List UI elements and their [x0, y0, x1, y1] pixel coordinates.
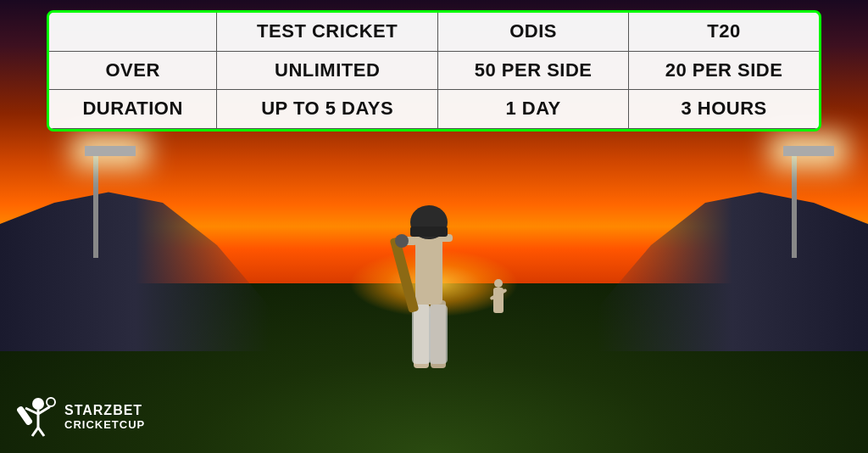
table-row-over: OVER UNLIMITED 50 PER SIDE 20 PER SIDE: [49, 51, 819, 90]
header-test-cricket: TEST CRICKET: [217, 13, 438, 51]
fielder-figure: [493, 288, 504, 313]
svg-rect-8: [410, 226, 448, 237]
svg-line-16: [38, 428, 44, 436]
svg-rect-2: [412, 305, 431, 364]
logo-text: STARZBET CRICKETCUP: [64, 402, 145, 432]
comparison-table: TEST CRICKET ODIS T20 OVER UNLIMITED 50 …: [49, 13, 819, 129]
table-header-row: TEST CRICKET ODIS T20: [49, 13, 819, 51]
svg-rect-3: [429, 305, 448, 364]
batsman-figure: [378, 139, 480, 377]
duration-label: DURATION: [49, 90, 217, 129]
svg-point-10: [395, 234, 409, 248]
svg-rect-18: [17, 405, 33, 426]
over-odi: 50 PER SIDE: [438, 51, 629, 90]
header-odis: ODIS: [438, 13, 629, 51]
over-t20: 20 PER SIDE: [629, 51, 819, 90]
header-empty: [49, 13, 217, 51]
svg-line-15: [32, 428, 38, 436]
logo-icon: [17, 395, 59, 438]
over-test: UNLIMITED: [217, 51, 438, 90]
svg-rect-4: [415, 232, 442, 305]
duration-test: UP TO 5 DAYS: [217, 90, 438, 129]
table-row-duration: DURATION UP TO 5 DAYS 1 DAY 3 HOURS: [49, 90, 819, 129]
svg-rect-9: [390, 237, 420, 313]
over-label: OVER: [49, 51, 217, 90]
duration-odi: 1 DAY: [438, 90, 629, 129]
comparison-table-container: TEST CRICKET ODIS T20 OVER UNLIMITED 50 …: [47, 10, 821, 131]
logo-brand-name: STARZBET: [64, 402, 145, 418]
logo-tournament-name: CRICKETCUP: [64, 418, 145, 432]
svg-point-17: [47, 398, 55, 406]
svg-point-11: [32, 398, 44, 410]
brand-logo: STARZBET CRICKETCUP: [17, 395, 145, 438]
duration-t20: 3 HOURS: [629, 90, 819, 129]
header-t20: T20: [629, 13, 819, 51]
